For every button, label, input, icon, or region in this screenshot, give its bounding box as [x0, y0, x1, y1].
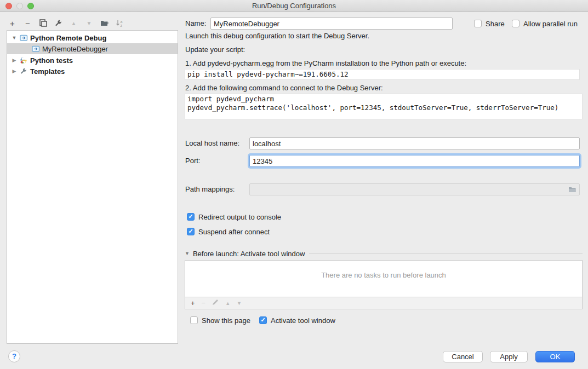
remote-debug-config-icon	[31, 44, 40, 53]
suspend-after-connect-row[interactable]: Suspend after connect	[187, 227, 270, 236]
before-launch-label: Before launch: Activate tool window	[193, 250, 305, 258]
python-icon	[19, 56, 28, 65]
cancel-button[interactable]: Cancel	[443, 351, 483, 362]
allow-parallel-checkbox[interactable]	[512, 20, 520, 27]
edit-defaults-wrench-icon[interactable]	[54, 19, 63, 28]
port-label: Port:	[185, 155, 200, 167]
redirect-output-label: Redirect output to console	[198, 213, 281, 221]
add-configuration-button[interactable]: +	[8, 19, 17, 28]
share-checkbox-row[interactable]: Share	[474, 19, 505, 28]
collapse-caret-icon[interactable]: ▶	[12, 68, 17, 74]
browse-folder-icon[interactable]	[568, 186, 576, 195]
suspend-after-connect-checkbox[interactable]	[187, 228, 195, 235]
share-checkbox[interactable]	[474, 20, 482, 27]
remote-debug-config-icon	[19, 33, 28, 42]
tasks-toolbar: + − ▲ ▼	[185, 297, 583, 309]
step1-text: 1. Add pydevd-pycharm.egg from the PyCha…	[185, 59, 466, 67]
configurations-tree: ▼ Python Remote Debug MyRemoteDebugger ▶…	[7, 30, 178, 344]
allow-parallel-checkbox-row[interactable]: Allow parallel run	[512, 19, 578, 28]
port-input[interactable]	[249, 155, 580, 167]
section-collapse-caret-icon[interactable]: ▼	[185, 251, 190, 256]
show-this-page-row[interactable]: Show this page	[190, 316, 250, 325]
tree-item-label: MyRemoteDebugger	[42, 45, 108, 53]
svg-text:z: z	[121, 24, 123, 27]
configuration-form: Name: Share Allow parallel run Launch th…	[185, 0, 583, 369]
show-this-page-label: Show this page	[202, 316, 250, 325]
path-mappings-label: Path mappings:	[185, 183, 235, 195]
code-line-2: pydevd_pycharm.settrace('localhost', por…	[187, 103, 558, 112]
tree-item-label: Python Remote Debug	[30, 34, 106, 42]
local-host-name-label: Local host name:	[185, 137, 239, 149]
section-divider	[309, 253, 583, 254]
before-launch-section-header[interactable]: ▼ Before launch: Activate tool window	[185, 250, 583, 257]
path-mappings-field[interactable]	[249, 183, 580, 195]
name-input[interactable]	[210, 18, 453, 30]
move-task-down-button: ▼	[237, 301, 242, 306]
apply-button[interactable]: Apply	[490, 351, 528, 362]
activate-tool-window-label: Activate tool window	[271, 316, 335, 325]
tree-item-python-tests[interactable]: ▶ Python tests	[7, 55, 178, 66]
collapse-caret-icon[interactable]: ▶	[12, 57, 17, 63]
configurations-toolbar: + − ▲ ▼ az	[8, 18, 124, 28]
run-debug-configurations-dialog: Run/Debug Configurations + − ▲ ▼ az ▼ Py…	[0, 0, 588, 369]
remove-configuration-button[interactable]: −	[23, 19, 32, 28]
tree-item-myremotedebugger[interactable]: MyRemoteDebugger	[7, 43, 178, 54]
redirect-output-checkbox[interactable]	[187, 213, 195, 221]
settrace-code-block[interactable]: import pydevd_pycharmpydevd_pycharm.sett…	[185, 94, 583, 119]
update-script-text: Update your script:	[185, 45, 245, 54]
copy-configuration-icon[interactable]	[38, 19, 48, 28]
activate-tool-window-checkbox[interactable]	[259, 316, 267, 324]
show-this-page-checkbox[interactable]	[190, 316, 198, 324]
launch-description: Launch this debug configuration to start…	[185, 32, 369, 40]
activate-tool-window-row[interactable]: Activate tool window	[259, 316, 335, 325]
remove-task-button: −	[202, 299, 206, 307]
tree-item-python-remote-debug[interactable]: ▼ Python Remote Debug	[7, 32, 178, 43]
name-label: Name:	[185, 18, 206, 30]
ok-button[interactable]: OK	[535, 351, 575, 362]
allow-parallel-label: Allow parallel run	[523, 20, 578, 28]
help-button[interactable]: ?	[8, 350, 20, 362]
pip-install-code[interactable]: pip install pydevd-pycharm~=191.6605.12	[185, 69, 580, 80]
sort-configurations-icon[interactable]: az	[115, 19, 124, 28]
svg-text:a: a	[121, 19, 123, 23]
add-task-button[interactable]: +	[191, 299, 195, 307]
tree-item-label: Python tests	[30, 56, 73, 65]
templates-wrench-icon	[19, 67, 28, 76]
local-host-name-input[interactable]	[249, 137, 580, 149]
move-down-button: ▼	[84, 19, 94, 28]
redirect-output-row[interactable]: Redirect output to console	[187, 212, 281, 221]
tree-item-label: Templates	[30, 67, 65, 76]
new-folder-icon[interactable]	[100, 19, 109, 28]
tree-item-templates[interactable]: ▶ Templates	[7, 66, 178, 77]
code-line-1: import pydevd_pycharm	[187, 95, 274, 103]
expand-caret-icon[interactable]: ▼	[12, 35, 17, 41]
no-tasks-message: There are no tasks to run before launch	[185, 271, 582, 279]
move-up-button: ▲	[69, 19, 78, 28]
share-label: Share	[486, 20, 505, 28]
move-task-up-button: ▲	[225, 301, 230, 306]
edit-task-pencil-icon	[212, 299, 219, 307]
step2-text: 2. Add the following command to connect …	[185, 84, 383, 92]
before-launch-tasks-list[interactable]: There are no tasks to run before launch	[185, 260, 583, 297]
suspend-after-connect-label: Suspend after connect	[198, 228, 270, 236]
